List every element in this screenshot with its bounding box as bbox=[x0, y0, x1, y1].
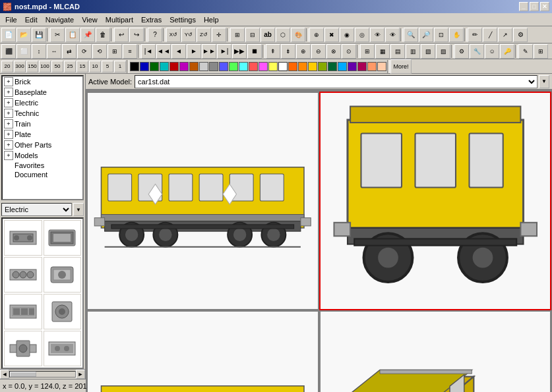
color-lcyan[interactable] bbox=[239, 62, 248, 71]
grid-btn[interactable]: ⊞ bbox=[230, 28, 245, 42]
more-colors-btn[interactable]: More! bbox=[390, 59, 412, 74]
t2-extra6[interactable]: ⊞ bbox=[534, 44, 548, 59]
part-item-1[interactable] bbox=[4, 220, 42, 256]
t2-extra3[interactable]: ☺ bbox=[485, 44, 499, 59]
viewport-front[interactable] bbox=[86, 92, 319, 310]
delete-btn[interactable]: 🗑 bbox=[96, 28, 110, 42]
tree-toggle-baseplate[interactable]: + bbox=[4, 88, 13, 97]
hide-btn[interactable]: 👁 bbox=[370, 28, 384, 42]
zoom-in-btn[interactable]: 🔍 bbox=[404, 28, 418, 42]
tree-toggle-models[interactable]: + bbox=[4, 151, 13, 160]
t2-btn3[interactable]: ↕ bbox=[32, 44, 46, 59]
t2-btn6[interactable]: ⟳ bbox=[77, 44, 92, 59]
color-magenta[interactable] bbox=[179, 62, 189, 71]
tree-toggle-train[interactable]: + bbox=[4, 119, 13, 128]
menu-help[interactable]: Help bbox=[200, 14, 223, 25]
rotate-x-btn[interactable]: X↺ bbox=[166, 28, 181, 42]
part-item-8[interactable] bbox=[44, 331, 82, 366]
menu-settings[interactable]: Settings bbox=[166, 14, 200, 25]
color-peach[interactable] bbox=[367, 62, 377, 71]
menu-multipart[interactable]: Multipart bbox=[102, 14, 137, 25]
tree-item-brick[interactable]: + Brick bbox=[3, 76, 82, 87]
t2-btn4[interactable]: ↔ bbox=[47, 44, 61, 59]
t2-btn10[interactable]: ⇞ bbox=[266, 44, 280, 59]
show-btn[interactable]: 👁 bbox=[385, 28, 400, 42]
t2-view3[interactable]: ▤ bbox=[390, 44, 405, 59]
group-btn[interactable]: ◉ bbox=[340, 28, 354, 42]
color-cyan[interactable] bbox=[160, 62, 169, 71]
color-orange-dark[interactable] bbox=[189, 62, 199, 71]
menu-extras[interactable]: Extras bbox=[137, 14, 166, 25]
step-last[interactable]: ►| bbox=[217, 44, 231, 59]
redo-btn[interactable]: ↪ bbox=[129, 28, 144, 42]
scale-btn-8[interactable]: 10 bbox=[89, 61, 101, 72]
tree-toggle-brick[interactable]: + bbox=[4, 77, 13, 86]
tree-item-baseplate[interactable]: + Baseplate bbox=[3, 87, 82, 98]
viewport-side[interactable] bbox=[319, 92, 552, 310]
tree-toggle-technic[interactable]: + bbox=[4, 109, 13, 118]
color-red[interactable] bbox=[169, 62, 179, 71]
minimize-button[interactable]: _ bbox=[519, 2, 528, 11]
color-orange2[interactable] bbox=[298, 62, 307, 71]
maximize-button[interactable]: □ bbox=[530, 2, 539, 11]
part-item-2[interactable] bbox=[44, 220, 82, 256]
t2-btn13[interactable]: ⊖ bbox=[311, 44, 326, 59]
model-dropdown-btn[interactable]: ▼ bbox=[539, 75, 549, 88]
color-lred[interactable] bbox=[249, 62, 258, 71]
color-orange[interactable] bbox=[288, 62, 297, 71]
color-lmagenta[interactable] bbox=[259, 62, 268, 71]
scroll-left-btn[interactable]: ◄ bbox=[0, 370, 9, 379]
scale-btn-5[interactable]: 50 bbox=[51, 61, 63, 72]
copy-btn[interactable]: 📋 bbox=[65, 28, 80, 42]
scale-btn-10[interactable]: 1 bbox=[114, 61, 126, 72]
t2-view5[interactable]: ▧ bbox=[421, 44, 435, 59]
cut-btn[interactable]: ✂ bbox=[50, 28, 65, 42]
color-olive[interactable] bbox=[318, 62, 327, 71]
undo-btn[interactable]: ↩ bbox=[114, 28, 129, 42]
color-dkgreen[interactable] bbox=[328, 62, 337, 71]
snap2-btn[interactable]: ✖ bbox=[324, 28, 339, 42]
stop-btn[interactable]: ⏹ bbox=[247, 44, 262, 59]
scale-btn-7[interactable]: 15 bbox=[77, 61, 88, 72]
scroll-thumb[interactable] bbox=[10, 372, 36, 377]
pencil-btn[interactable]: ✏ bbox=[468, 28, 482, 42]
t2-btn9[interactable]: ≡ bbox=[123, 44, 137, 59]
color-lgray[interactable] bbox=[199, 62, 208, 71]
scroll-track[interactable] bbox=[9, 371, 76, 378]
viewport-3d[interactable] bbox=[319, 310, 552, 392]
pan-btn[interactable]: ✋ bbox=[449, 28, 464, 42]
menu-edit[interactable]: Edit bbox=[21, 14, 42, 25]
paste-btn[interactable]: 📌 bbox=[80, 28, 95, 42]
text-btn[interactable]: ab bbox=[261, 28, 275, 42]
color-yellow[interactable] bbox=[268, 62, 278, 71]
color-gold[interactable] bbox=[308, 62, 317, 71]
t2-btn14[interactable]: ⊗ bbox=[326, 44, 341, 59]
scale-btn-1[interactable]: 20 bbox=[1, 61, 13, 72]
tree-item-electric[interactable]: + Electric bbox=[3, 98, 82, 108]
t2-btn15[interactable]: ⊙ bbox=[342, 44, 356, 59]
active-model-select[interactable]: car1st.dat bbox=[135, 75, 537, 88]
menu-file[interactable]: File bbox=[1, 14, 21, 25]
color-black[interactable] bbox=[130, 62, 139, 71]
arrow-btn[interactable]: ↗ bbox=[498, 28, 512, 42]
part-btn[interactable]: ⬡ bbox=[276, 28, 290, 42]
t2-extra5[interactable]: ✎ bbox=[518, 44, 533, 59]
menu-view[interactable]: View bbox=[78, 14, 102, 25]
t2-btn5[interactable]: ⇄ bbox=[62, 44, 77, 59]
t2-extra4[interactable]: 🔑 bbox=[500, 44, 514, 59]
line-btn[interactable]: ╱ bbox=[483, 28, 497, 42]
save-btn[interactable]: 💾 bbox=[32, 28, 46, 42]
tree-item-favorites[interactable]: Favorites bbox=[3, 161, 82, 170]
part-item-4[interactable] bbox=[44, 257, 82, 293]
zoom-out-btn[interactable]: 🔎 bbox=[419, 28, 433, 42]
t2-extra1[interactable]: ⚙ bbox=[454, 44, 469, 59]
tree-item-plate[interactable]: + Plate bbox=[3, 129, 82, 140]
step-prev2[interactable]: ◄◄ bbox=[156, 44, 171, 59]
tree-item-document[interactable]: Document bbox=[3, 170, 82, 179]
grid2-btn[interactable]: ⊟ bbox=[245, 28, 260, 42]
tree-toggle-plate[interactable]: + bbox=[4, 130, 13, 139]
open-btn[interactable]: 📂 bbox=[16, 28, 31, 42]
zoom-fit-btn[interactable]: ⊡ bbox=[434, 28, 448, 42]
t2-btn1[interactable]: ⬛ bbox=[1, 44, 16, 59]
scale-btn-6[interactable]: 25 bbox=[64, 61, 76, 72]
